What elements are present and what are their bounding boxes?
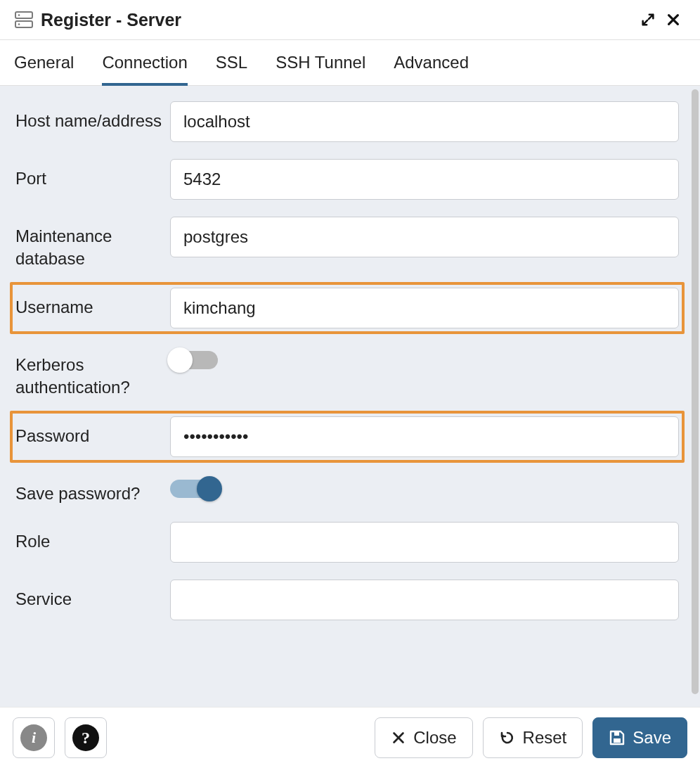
label-port: Port [15, 159, 170, 190]
svg-rect-0 [15, 12, 32, 18]
password-input[interactable] [170, 416, 679, 457]
svg-point-3 [18, 23, 20, 25]
tab-advanced[interactable]: Advanced [394, 40, 469, 85]
row-save-password: Save password? [10, 468, 685, 511]
reset-button[interactable]: Reset [483, 717, 583, 758]
row-username: Username [10, 282, 685, 334]
row-port: Port [10, 153, 685, 205]
label-username: Username [15, 288, 170, 319]
row-host: Host name/address [10, 96, 685, 148]
reset-icon [499, 729, 516, 746]
dialog-header: Register - Server [0, 0, 700, 40]
svg-rect-5 [614, 732, 619, 736]
label-password: Password [15, 416, 170, 447]
dialog-footer: i ? Close Reset Save [0, 707, 700, 768]
reset-button-label: Reset [523, 728, 567, 748]
port-input[interactable] [170, 159, 679, 200]
scrollbar[interactable] [692, 89, 699, 694]
maintenance-db-input[interactable] [170, 217, 679, 257]
form-body: Host name/address Port Maintenance datab… [0, 86, 700, 707]
tab-bar: General Connection SSL SSH Tunnel Advanc… [0, 40, 700, 86]
svg-point-2 [18, 14, 20, 16]
close-button[interactable]: Close [375, 717, 472, 758]
help-button[interactable]: ? [65, 717, 107, 758]
close-icon[interactable] [661, 7, 686, 32]
server-icon [14, 11, 34, 29]
dialog-title: Register - Server [41, 10, 635, 30]
info-icon: i [20, 724, 47, 751]
info-button[interactable]: i [13, 717, 55, 758]
expand-icon[interactable] [635, 7, 661, 32]
host-input[interactable] [170, 101, 679, 142]
label-host: Host name/address [15, 101, 170, 132]
close-button-label: Close [413, 728, 456, 748]
label-save-password: Save password? [15, 474, 170, 505]
tab-ssl[interactable]: SSL [216, 40, 247, 85]
label-role: Role [15, 522, 170, 553]
svg-rect-4 [614, 738, 621, 743]
save-button[interactable]: Save [592, 717, 687, 758]
role-input[interactable] [170, 522, 679, 563]
row-role: Role [10, 516, 685, 568]
label-kerberos: Kerberos authentication? [15, 345, 170, 399]
label-maintenance-db: Maintenance database [15, 217, 170, 271]
row-kerberos: Kerberos authentication? [10, 340, 685, 405]
kerberos-toggle[interactable] [170, 351, 221, 369]
tab-ssh-tunnel[interactable]: SSH Tunnel [276, 40, 365, 85]
username-input[interactable] [170, 288, 679, 328]
row-service: Service [10, 574, 685, 626]
tab-connection[interactable]: Connection [102, 40, 187, 85]
tab-general[interactable]: General [14, 40, 74, 85]
row-maintenance-db: Maintenance database [10, 211, 685, 276]
service-input[interactable] [170, 580, 679, 620]
close-x-icon [391, 730, 406, 745]
svg-rect-1 [15, 21, 32, 27]
save-icon [609, 729, 626, 746]
save-button-label: Save [633, 728, 671, 748]
label-service: Service [15, 580, 170, 610]
row-password: Password [10, 411, 685, 463]
help-icon: ? [72, 724, 99, 751]
register-server-dialog: Register - Server General Connection SSL… [0, 0, 700, 768]
save-password-toggle[interactable] [170, 480, 221, 498]
